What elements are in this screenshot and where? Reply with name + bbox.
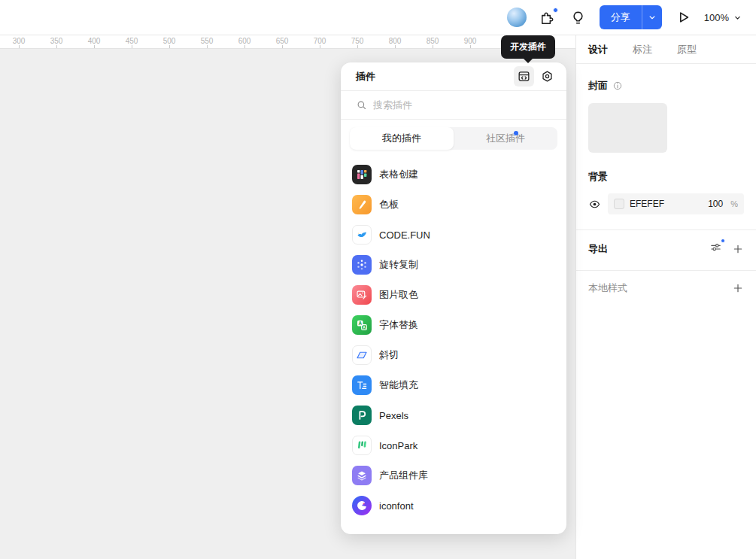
add-export-button[interactable] xyxy=(732,243,744,255)
user-avatar[interactable] xyxy=(507,8,527,27)
zoom-control[interactable]: 100% xyxy=(704,12,742,23)
ruler-tick xyxy=(357,45,358,48)
color-swatch[interactable] xyxy=(614,199,624,209)
play-icon xyxy=(675,9,691,26)
skew-plugin-icon xyxy=(352,345,372,365)
local-styles-title: 本地样式 xyxy=(588,281,627,295)
iconpark-plugin-icon xyxy=(352,436,372,455)
develop-plugin-button[interactable] xyxy=(514,66,534,87)
zoom-level: 100% xyxy=(704,12,729,23)
ruler-tick xyxy=(320,45,320,48)
plugin-name: 旋转复制 xyxy=(379,258,418,272)
plugin-name: 斜切 xyxy=(379,348,399,362)
ruler-tick xyxy=(94,45,95,48)
color-hex-value[interactable]: EFEFEF xyxy=(630,199,703,209)
ruler-tick-label: 500 xyxy=(163,37,176,45)
ruler-tick xyxy=(207,45,208,48)
cover-section-title: 封面 xyxy=(588,79,608,93)
plugin-name: 智能填充 xyxy=(379,378,418,392)
ruler-tick xyxy=(244,45,245,48)
tab-prototype[interactable]: 原型 xyxy=(677,43,697,56)
iconfont-plugin-icon xyxy=(352,496,372,515)
present-button[interactable] xyxy=(673,8,693,27)
plugin-list-item[interactable]: 字体替换 xyxy=(341,310,566,340)
bird-plugin-icon xyxy=(352,225,372,245)
ruler-tick xyxy=(470,45,471,48)
plugin-name: CODE.FUN xyxy=(379,229,430,241)
ruler-tick-label: 300 xyxy=(13,37,26,45)
tooltip-arrow xyxy=(523,58,533,63)
export-settings-button[interactable] xyxy=(709,241,722,257)
table-plugin-icon xyxy=(352,165,372,184)
ruler-tick-label: 450 xyxy=(126,37,138,45)
plugin-list-item[interactable]: IconPark xyxy=(341,430,566,460)
code-window-icon xyxy=(517,69,531,84)
plugin-list-item[interactable]: 斜切 xyxy=(341,340,566,370)
plugin-list-item[interactable]: 图片取色 xyxy=(341,280,566,310)
plugin-name: 图片取色 xyxy=(379,288,418,302)
develop-plugin-tooltip: 开发插件 xyxy=(501,35,555,59)
plugin-settings-button[interactable] xyxy=(537,66,557,87)
plugin-name: Pexels xyxy=(379,410,408,421)
plugin-list-item[interactable]: Pexels xyxy=(341,400,566,430)
plugin-list-item[interactable]: 智能填充 xyxy=(341,370,566,400)
plugin-list-item[interactable]: 旋转复制 xyxy=(341,250,566,280)
opacity-value[interactable]: 100 xyxy=(708,199,723,209)
plugin-list-item[interactable]: 色板 xyxy=(341,190,566,220)
sidebar-tab-bar: 设计 标注 原型 xyxy=(576,35,756,64)
visibility-eye-icon[interactable] xyxy=(588,198,601,211)
ruler-tick xyxy=(132,45,132,48)
plugin-list-item[interactable]: CODE.FUN xyxy=(341,220,566,250)
info-icon[interactable] xyxy=(612,81,623,91)
plugin-name: iconfont xyxy=(379,500,414,512)
export-badge xyxy=(721,238,725,243)
share-button[interactable]: 分享 xyxy=(600,5,642,29)
plugin-list-item[interactable]: iconfont xyxy=(341,491,566,521)
ruler-tick xyxy=(282,45,283,48)
community-plugins-badge xyxy=(514,131,518,135)
plugin-name: 表格创建 xyxy=(379,168,418,181)
plugin-list-item[interactable]: 表格创建 xyxy=(341,159,566,190)
tab-community-plugins[interactable]: 社区插件 xyxy=(454,127,557,150)
rotate-plugin-icon xyxy=(352,255,372,275)
plugin-panel: 插件 我的插件 社区插件 表格创建 xyxy=(341,62,566,534)
plugin-list: 表格创建 色板 CODE.FUN 旋转复制 图片取色 字体替换 xyxy=(341,158,566,521)
tab-design[interactable]: 设计 xyxy=(588,43,608,56)
tab-annotate[interactable]: 标注 xyxy=(633,43,652,56)
search-icon xyxy=(356,99,367,111)
ruler-tick xyxy=(433,45,433,48)
add-local-style-button[interactable] xyxy=(732,282,744,294)
share-dropdown-button[interactable] xyxy=(642,5,662,29)
plugins-button[interactable] xyxy=(538,8,557,27)
fontswap-plugin-icon xyxy=(352,315,372,335)
percent-sign: % xyxy=(730,199,738,208)
export-section-title: 导出 xyxy=(588,242,608,256)
plugin-tabs: 我的插件 社区插件 xyxy=(341,120,566,158)
plugin-search-input[interactable] xyxy=(373,99,551,111)
chevron-down-icon xyxy=(647,12,657,23)
smartfill-plugin-icon xyxy=(352,375,372,395)
imagepick-plugin-icon xyxy=(352,285,372,305)
ruler-tick-label: 750 xyxy=(351,37,364,45)
background-color-field[interactable]: EFEFEF 100 % xyxy=(608,193,744,214)
right-sidebar: 设计 标注 原型 封面 背景 EFEFEF 100 % 导出 本地样式 xyxy=(575,35,756,559)
plugin-name: 字体替换 xyxy=(379,318,418,332)
cover-preview[interactable] xyxy=(588,103,667,153)
plugin-panel-title: 插件 xyxy=(356,70,514,84)
ruler-tick-label: 600 xyxy=(238,37,251,45)
sliders-icon xyxy=(709,241,722,254)
ruler-tick-label: 400 xyxy=(88,37,101,45)
ruler-tick xyxy=(169,45,170,48)
ruler-tick-label: 800 xyxy=(389,37,402,45)
ruler-tick-label: 550 xyxy=(201,37,214,45)
plugin-list-item[interactable]: 产品组件库 xyxy=(341,460,566,491)
whats-new-button[interactable] xyxy=(569,8,588,27)
lightbulb-icon xyxy=(569,9,587,26)
plugin-name: 产品组件库 xyxy=(379,469,428,482)
ruler-tick-label: 350 xyxy=(50,37,63,45)
tab-my-plugins[interactable]: 我的插件 xyxy=(350,127,454,150)
ruler-tick xyxy=(395,45,396,48)
ruler-tick-label: 850 xyxy=(427,37,439,45)
horizontal-ruler: 300350400450500550600650700750800850900 xyxy=(0,35,575,49)
gear-icon xyxy=(540,69,554,84)
